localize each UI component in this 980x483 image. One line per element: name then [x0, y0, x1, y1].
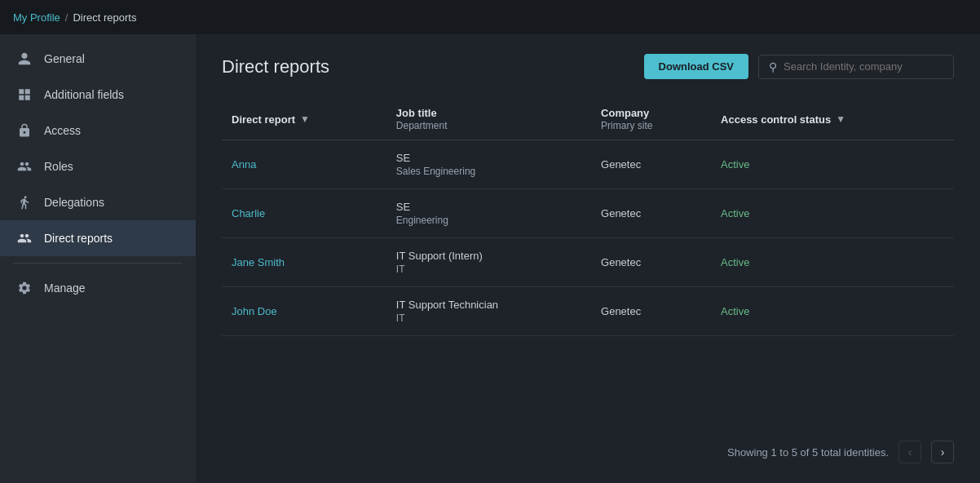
header-actions: Download CSV ⚲ [644, 54, 954, 79]
filter-icon-direct-report[interactable]: ▼ [300, 113, 310, 125]
sidebar-label-general: General [44, 52, 85, 65]
cell-status-2: Active [711, 238, 954, 287]
manage-icon [16, 280, 33, 296]
table-row: Jane Smith IT Support (Intern) IT Genete… [222, 238, 954, 287]
cell-company-2: Genetec [591, 238, 711, 287]
breadcrumb-separator: / [65, 11, 68, 24]
cell-status-1: Active [711, 189, 954, 238]
col-label-access-status: Access control status [721, 113, 831, 126]
sidebar-label-additional-fields: Additional fields [44, 88, 124, 101]
col-header-company: Company Primary site [591, 99, 711, 140]
name-link-1[interactable]: Charlie [232, 207, 265, 219]
download-csv-button[interactable]: Download CSV [644, 54, 748, 79]
roles-icon [16, 158, 33, 175]
filter-icon-access-status[interactable]: ▼ [836, 113, 845, 125]
table-row: Anna SE Sales Engineering Genetec Active [222, 140, 954, 189]
department-3: IT [396, 312, 581, 324]
cell-name-2: Jane Smith [222, 238, 386, 287]
status-badge-0: Active [721, 158, 749, 171]
cell-name-0: Anna [222, 140, 386, 189]
sidebar-label-access: Access [44, 124, 81, 137]
job-title-1: SE [396, 201, 581, 213]
job-title-3: IT Support Technician [396, 299, 581, 311]
sidebar: General Additional fields Access Roles [0, 34, 196, 483]
cell-status-3: Active [711, 287, 954, 336]
content-area: Direct reports Download CSV ⚲ Direct rep… [196, 34, 980, 483]
page-title: Direct reports [222, 56, 329, 78]
table-container: Direct report ▼ Job title Department Com… [222, 99, 954, 431]
topbar: My Profile / Direct reports [0, 0, 980, 34]
grid-icon [16, 86, 33, 103]
search-input[interactable] [784, 60, 943, 73]
name-link-3[interactable]: John Doe [232, 305, 277, 317]
department-0: Sales Engineering [396, 166, 581, 177]
pagination-next-button[interactable]: › [931, 441, 954, 463]
sidebar-label-roles: Roles [44, 160, 73, 173]
status-badge-2: Active [721, 256, 749, 268]
pagination-prev-button[interactable]: ‹ [898, 441, 921, 463]
sidebar-item-additional-fields[interactable]: Additional fields [0, 77, 196, 113]
direct-reports-icon [16, 230, 33, 246]
search-icon: ⚲ [769, 60, 777, 73]
table-header-row: Direct report ▼ Job title Department Com… [222, 99, 954, 140]
cell-job-2: IT Support (Intern) IT [386, 238, 591, 287]
col-sub-company: Primary site [601, 120, 652, 131]
main-layout: General Additional fields Access Roles [0, 34, 980, 483]
table-row: John Doe IT Support Technician IT Genete… [222, 287, 954, 336]
col-sub-job-title: Department [396, 120, 448, 131]
status-badge-1: Active [721, 207, 749, 219]
cell-job-3: IT Support Technician IT [386, 287, 591, 336]
job-title-0: SE [396, 152, 581, 164]
cell-name-3: John Doe [222, 287, 386, 336]
pagination-summary: Showing 1 to 5 of 5 total identities. [727, 446, 889, 459]
department-2: IT [396, 264, 581, 275]
sidebar-label-direct-reports: Direct reports [44, 232, 113, 245]
cell-company-0: Genetec [591, 140, 711, 189]
sidebar-item-delegations[interactable]: Delegations [0, 184, 196, 220]
name-link-2[interactable]: Jane Smith [232, 256, 285, 268]
status-badge-3: Active [721, 305, 749, 317]
content-header: Direct reports Download CSV ⚲ [222, 54, 954, 79]
cell-company-3: Genetec [591, 287, 711, 336]
sidebar-item-access[interactable]: Access [0, 113, 196, 148]
sidebar-item-general[interactable]: General [0, 41, 196, 77]
name-link-0[interactable]: Anna [232, 158, 256, 171]
col-label-company: Company [601, 107, 649, 119]
breadcrumb-current: Direct reports [73, 11, 136, 24]
breadcrumb-parent[interactable]: My Profile [13, 11, 60, 24]
sidebar-label-delegations: Delegations [44, 196, 104, 209]
sidebar-item-roles[interactable]: Roles [0, 148, 196, 184]
cell-status-0: Active [711, 140, 954, 189]
col-header-job-title: Job title Department [386, 99, 591, 140]
table-body: Anna SE Sales Engineering Genetec Active… [222, 140, 954, 336]
person-icon [16, 51, 33, 67]
delegation-icon [16, 194, 33, 210]
cell-job-0: SE Sales Engineering [386, 140, 591, 189]
lock-icon [16, 122, 33, 139]
direct-reports-table: Direct report ▼ Job title Department Com… [222, 99, 954, 336]
col-header-access-status: Access control status ▼ [711, 99, 954, 140]
sidebar-item-direct-reports[interactable]: Direct reports [0, 220, 196, 256]
col-label-direct-report: Direct report [232, 113, 295, 126]
cell-name-1: Charlie [222, 189, 386, 238]
cell-company-1: Genetec [591, 189, 711, 238]
sidebar-divider [13, 263, 183, 264]
sidebar-label-manage: Manage [44, 281, 86, 295]
cell-job-1: SE Engineering [386, 189, 591, 238]
col-label-job-title: Job title [396, 107, 437, 119]
col-header-direct-report: Direct report ▼ [222, 99, 386, 140]
table-row: Charlie SE Engineering Genetec Active [222, 189, 954, 238]
job-title-2: IT Support (Intern) [396, 250, 581, 262]
table-footer: Showing 1 to 5 of 5 total identities. ‹ … [222, 431, 954, 463]
department-1: Engineering [396, 215, 581, 226]
search-box: ⚲ [758, 55, 954, 79]
sidebar-item-manage[interactable]: Manage [0, 270, 196, 306]
